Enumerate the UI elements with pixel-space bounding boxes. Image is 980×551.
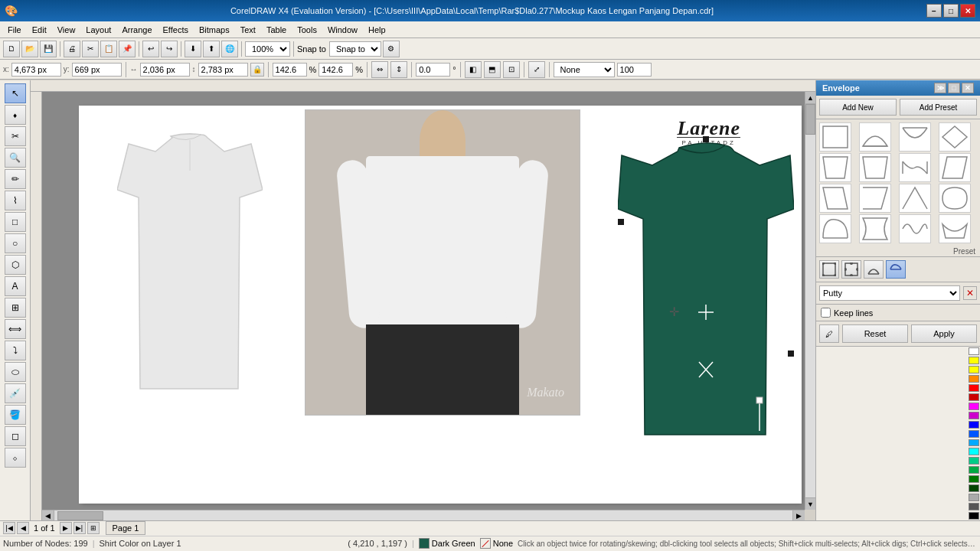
preset-10[interactable] [899,184,931,213]
color-white[interactable] [969,347,979,355]
menu-item-edit[interactable]: Edit [28,24,51,36]
smart-draw-tool[interactable]: ⌇ [5,191,26,210]
y-input[interactable] [72,63,122,77]
h-input[interactable] [198,63,248,77]
import-button[interactable]: ⬇ [185,41,201,57]
envelope-mode-1[interactable] [841,260,861,279]
snap-dropdown[interactable]: Snap to [329,41,381,57]
panel-close-button[interactable]: ✕ [962,83,974,93]
envelope-icon-button[interactable]: 🖊 [819,324,839,343]
color-cyan[interactable] [969,448,979,455]
zoom-tool[interactable]: 🔍 [5,148,26,168]
free-transform-button[interactable]: ⤢ [528,61,545,78]
color-black[interactable] [969,512,979,520]
outline-tool[interactable]: ◻ [5,426,26,446]
undo-button[interactable]: ↩ [142,41,159,57]
page-prev-button[interactable]: ◀ [17,522,29,534]
panel-restore-button[interactable]: □ [948,83,960,93]
preset-6[interactable] [899,153,931,182]
color-blue2[interactable] [969,430,979,438]
h-scrollbar[interactable]: ◀ ▶ [42,510,805,520]
menu-item-tools[interactable]: Tools [292,24,322,36]
preset-7[interactable] [939,153,971,182]
interactive-fill[interactable]: ⬦ [5,448,26,468]
color-red[interactable] [969,384,979,392]
putty-dropdown[interactable]: Putty Tapered Straight [819,285,960,301]
menu-item-table[interactable]: Table [262,24,291,36]
preset-5[interactable] [859,153,891,182]
freehand-tool[interactable]: ✏ [5,169,26,189]
opacity-input[interactable] [617,63,652,77]
preset-11[interactable] [939,184,971,213]
print-button[interactable]: 🖨 [64,41,80,57]
menu-item-bitmaps[interactable]: Bitmaps [194,24,234,36]
putty-close-button[interactable]: ✕ [963,286,977,300]
menu-item-arrange[interactable]: Arrange [117,24,156,36]
open-button[interactable]: 📂 [21,41,38,57]
new-button[interactable]: 🗋 [3,41,20,57]
panel-expand-button[interactable]: ≫ [934,83,946,93]
preset-13[interactable] [859,214,891,243]
preset-4[interactable] [819,153,851,182]
color-darkgreen[interactable] [969,475,979,483]
menu-item-file[interactable]: File [3,24,26,36]
color-green[interactable] [969,466,979,474]
blend-tool[interactable]: ⬭ [5,362,26,382]
color-gray[interactable] [969,494,979,501]
x-input[interactable] [11,63,61,77]
menu-item-window[interactable]: Window [323,24,362,36]
publish-button[interactable]: 🌐 [221,41,238,57]
export-button[interactable]: ⬆ [203,41,220,57]
page-tab[interactable]: Page 1 [106,521,146,535]
preset-1[interactable] [859,122,891,152]
color-verydarkgreen[interactable] [969,484,979,492]
mirror-h-button[interactable]: ◧ [465,61,482,78]
page-last-button[interactable]: ▶| [74,522,86,534]
connector-tool[interactable]: ⤵ [5,341,26,360]
text-tool[interactable]: A [5,276,26,296]
menu-item-view[interactable]: View [53,24,80,36]
page-canvas[interactable]: Makato Larene PA USTADZ [79,106,802,504]
menu-item-text[interactable]: Text [236,24,260,36]
copy-button[interactable]: 📋 [100,41,117,57]
envelope-mode-3[interactable] [886,260,906,279]
dimension-tool[interactable]: ⟺ [5,319,26,339]
flip-v-button[interactable]: ⇕ [390,61,407,78]
preset-8[interactable] [819,184,851,213]
scale-x-input[interactable] [273,63,307,77]
node-tool[interactable]: ⬧ [5,105,26,125]
mirror-v-button[interactable]: ⬒ [484,61,501,78]
redo-button[interactable]: ↪ [161,41,178,57]
cut-button[interactable]: ✂ [82,41,99,57]
zoom-dropdown[interactable]: 100% 75% 150% [245,41,290,57]
maximize-button[interactable]: □ [943,4,959,18]
preset-3[interactable] [939,122,971,152]
rect-tool[interactable]: □ [5,212,26,232]
ellipse-tool[interactable]: ○ [5,233,26,253]
menu-item-layout[interactable]: Layout [81,24,116,36]
page-first-button[interactable]: |◀ [3,522,15,534]
crop-tool[interactable]: ✂ [5,126,26,146]
flip-h-button[interactable]: ⇔ [371,61,388,78]
envelope-mode-0[interactable] [819,260,839,279]
preset-15[interactable] [939,214,971,243]
add-new-button[interactable]: Add New [819,99,897,116]
eyedropper-tool[interactable]: 💉 [5,383,26,403]
color-magenta[interactable] [969,403,979,410]
color-darkgray[interactable] [969,503,979,510]
color-yellow2[interactable] [969,366,979,373]
scale-y-input[interactable] [318,63,353,77]
envelope-mode-2[interactable] [864,260,884,279]
v-scrollbar-thumb[interactable] [805,104,815,135]
color-cyan2[interactable] [969,439,979,447]
preset-9[interactable] [859,184,891,213]
preset-14[interactable] [899,214,931,243]
keep-lines-checkbox[interactable] [821,308,831,318]
color-yellow[interactable] [969,357,979,364]
color-orange[interactable] [969,375,979,383]
page-next-button[interactable]: ▶ [60,522,72,534]
page-layout-button[interactable]: ⊞ [87,522,100,534]
color-purple[interactable] [969,412,979,419]
v-scrollbar[interactable]: ▲ ▼ [805,92,815,510]
h-scrollbar-thumb[interactable] [57,511,103,520]
